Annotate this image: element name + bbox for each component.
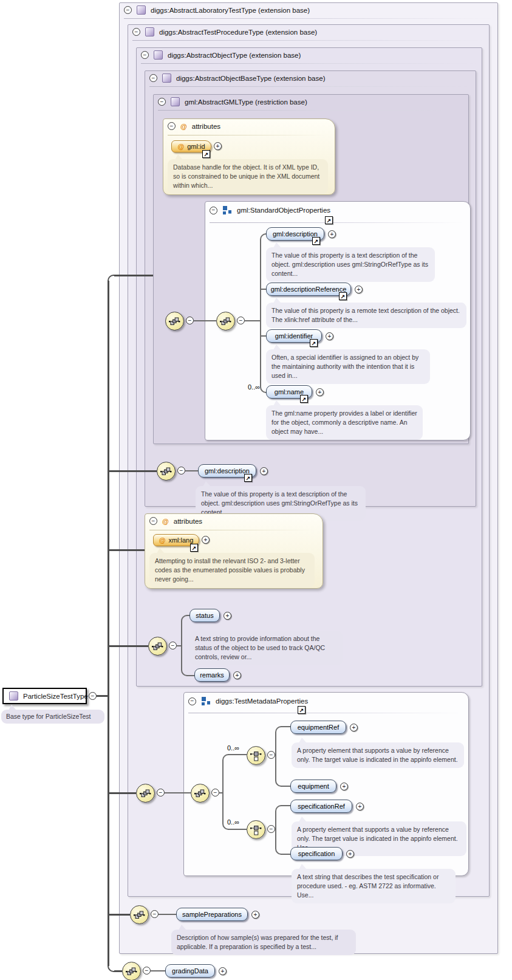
description-note: Attempting to install the relevant ISO 2…	[149, 553, 315, 588]
complex-type-icon	[9, 691, 18, 701]
description-note: The gml:name property provides a label o…	[266, 405, 423, 440]
description-note: The value of this property is a text des…	[266, 247, 435, 282]
collapse-icon[interactable]: −	[168, 122, 176, 130]
element-sample-preparations[interactable]: samplePreparations	[176, 908, 248, 921]
collapse-icon[interactable]: −	[143, 967, 151, 975]
attribute-icon: @	[159, 536, 166, 544]
xsd-diagram-canvas: − diggs:AbstractLaboratoryTestType (exte…	[0, 0, 512, 980]
element-status[interactable]: status	[189, 609, 220, 622]
attribute-icon: @	[177, 143, 184, 150]
complex-type-icon	[162, 74, 171, 83]
cardinality-label: 0..∞	[227, 818, 239, 826]
sequence-icon	[191, 784, 210, 803]
container-header-abstract-object: − diggs:AbstractObjectType (extension ba…	[141, 50, 301, 60]
root-element-particle-size-test-type[interactable]: ParticleSizeTestType	[2, 688, 87, 704]
expand-icon[interactable]: +	[219, 967, 227, 975]
expand-icon[interactable]: +	[214, 142, 222, 150]
collapse-icon[interactable]: −	[141, 51, 149, 59]
expand-icon[interactable]: +	[326, 332, 333, 340]
attributes-label: attributes	[192, 123, 220, 130]
complex-type-icon	[137, 5, 146, 15]
container-label: diggs:AbstractObjectBaseType (extension …	[176, 75, 325, 82]
collapse-icon[interactable]: −	[188, 697, 196, 705]
sequence-icon	[136, 784, 155, 803]
expand-icon[interactable]: +	[328, 230, 336, 238]
collapse-icon[interactable]: −	[267, 751, 275, 759]
collapse-icon[interactable]: −	[177, 467, 185, 475]
element-equipment[interactable]: equipment	[290, 780, 336, 793]
root-label: ParticleSizeTestType	[23, 693, 88, 700]
attribute-icon: @	[180, 123, 187, 130]
collapse-icon[interactable]: −	[211, 789, 219, 797]
expand-icon[interactable]: +	[260, 467, 268, 475]
sequence-icon	[165, 312, 184, 331]
expand-icon[interactable]: +	[251, 911, 259, 919]
collapse-icon[interactable]: −	[157, 789, 165, 797]
expand-icon[interactable]: +	[346, 850, 354, 858]
description-note: The value of this property is a remote t…	[266, 303, 466, 328]
attribute-label: xml:lang	[168, 536, 193, 544]
sequence-icon	[148, 637, 167, 656]
container-header-abstract-object-base: − diggs:AbstractObjectBaseType (extensio…	[149, 74, 325, 83]
attribute-label: gml:id	[187, 143, 205, 150]
collapse-icon[interactable]: −	[149, 517, 157, 525]
link-arrow-icon[interactable]: ↗	[325, 216, 333, 224]
expand-icon[interactable]: +	[224, 612, 231, 620]
link-arrow-icon[interactable]: ↗	[310, 339, 318, 347]
collapse-icon[interactable]: −	[158, 98, 166, 106]
collapse-icon[interactable]: −	[186, 317, 194, 324]
collapse-icon[interactable]: −	[210, 207, 217, 214]
complex-type-icon	[154, 50, 163, 60]
element-specification[interactable]: specification	[290, 847, 343, 860]
link-arrow-icon[interactable]: ↗	[202, 150, 210, 158]
expand-icon[interactable]: +	[202, 536, 210, 544]
attributes-header: − @ attributes	[168, 122, 220, 130]
group-header-sop: − gml:StandardObjectProperties	[210, 206, 330, 214]
element-gml-description-reference[interactable]: gml:descriptionReference	[266, 283, 351, 296]
sequence-icon	[216, 312, 235, 331]
choice-icon	[247, 746, 265, 765]
link-arrow-icon[interactable]: ↗	[190, 544, 198, 552]
collapse-icon[interactable]: −	[149, 74, 157, 82]
model-group-icon	[202, 697, 210, 705]
element-grading-data[interactable]: gradingData	[165, 964, 215, 978]
collapse-icon[interactable]: −	[132, 28, 140, 36]
collapse-icon[interactable]: −	[267, 825, 275, 833]
group-header-tmp: − diggs:TestMetadataProperties	[188, 697, 308, 705]
collapse-icon[interactable]: −	[169, 642, 177, 649]
description-note: A text string that describes the test sp…	[292, 869, 456, 903]
collapse-icon[interactable]: −	[124, 6, 132, 14]
expand-icon[interactable]: +	[316, 388, 324, 396]
expand-icon[interactable]: +	[233, 671, 241, 679]
description-note: Description of how sample(s) was prepare…	[171, 930, 356, 955]
expand-icon[interactable]: +	[356, 803, 364, 810]
collapse-icon[interactable]: −	[151, 910, 159, 918]
description-note: Often, a special identifier is assigned …	[266, 349, 430, 384]
element-specification-ref[interactable]: specificationRef	[290, 800, 352, 813]
description-note: A property element that supports a value…	[292, 742, 464, 768]
element-remarks[interactable]: remarks	[194, 668, 230, 682]
model-group-icon	[223, 206, 231, 214]
container-header-abstract-gml: − gml:AbstractGMLType (restriction base)	[158, 97, 307, 106]
container-label: gml:AbstractGMLType (restriction base)	[185, 98, 307, 106]
link-arrow-icon[interactable]: ↗	[339, 292, 347, 300]
expand-icon[interactable]: +	[350, 724, 358, 732]
link-arrow-icon[interactable]: ↗	[298, 706, 305, 714]
collapse-icon[interactable]: −	[237, 317, 245, 324]
group-label: diggs:TestMetadataProperties	[216, 697, 308, 705]
link-arrow-icon[interactable]: ↗	[300, 395, 308, 403]
cardinality-label: 0..∞	[248, 383, 260, 391]
root-description-note: Base type for ParticleSizeTest	[1, 710, 104, 724]
sequence-icon	[157, 462, 176, 481]
expand-icon[interactable]: +	[355, 286, 363, 293]
sequence-icon	[122, 962, 141, 980]
container-label: diggs:AbstractObjectType (extension base…	[168, 52, 301, 59]
link-arrow-icon[interactable]: ↗	[312, 237, 320, 245]
group-label: gml:StandardObjectProperties	[237, 207, 330, 214]
expand-icon[interactable]: +	[340, 783, 348, 790]
element-equipment-ref[interactable]: equipmentRef	[290, 721, 346, 734]
attributes-header: − @ attributes	[149, 517, 202, 525]
description-note: Database handle for the object. It is of…	[168, 159, 328, 194]
collapse-icon[interactable]: −	[89, 692, 97, 700]
link-arrow-icon[interactable]: ↗	[244, 474, 252, 482]
